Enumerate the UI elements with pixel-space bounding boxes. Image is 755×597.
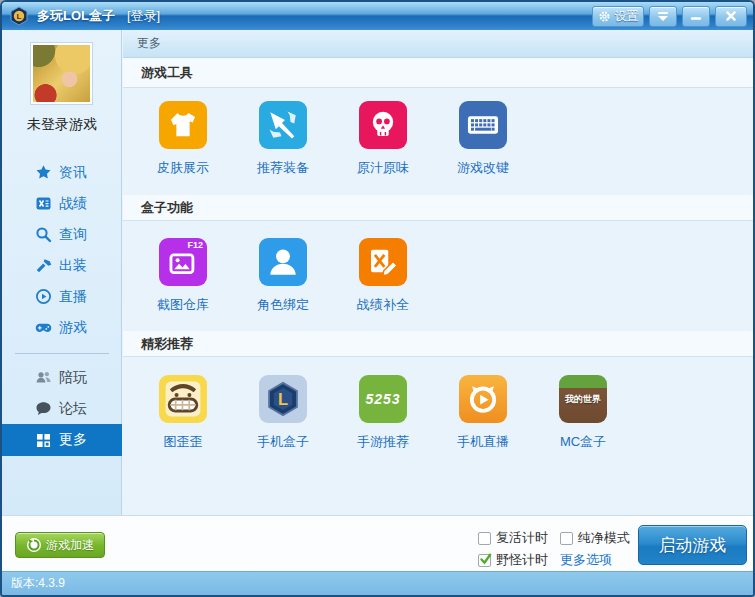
search-icon [35, 226, 52, 243]
screenshot-icon [166, 245, 200, 279]
tile-label: 推荐装备 [257, 159, 309, 177]
main-content: 更多 游戏工具 皮肤展示 [123, 30, 753, 515]
content-tab-bar: 更多 [123, 30, 753, 58]
tile-original-flavor[interactable]: 原汁原味 [333, 101, 433, 195]
tile-label: 角色绑定 [257, 296, 309, 314]
sidebar-item-label: 陪玩 [59, 369, 87, 387]
section-header-game-tools: 游戏工具 [123, 58, 753, 88]
sidebar-divider [15, 353, 109, 354]
keyboard-icon [464, 106, 502, 144]
gear-icon [598, 10, 611, 23]
refresh-circle-icon [26, 537, 42, 553]
play-tv-icon [463, 379, 503, 419]
sidebar-item-forum[interactable]: 论坛 [2, 393, 122, 424]
checkbox-box-checked [478, 554, 491, 567]
tile-mc-box[interactable]: 我的世界 MC盒子 [533, 375, 633, 451]
sidebar-item-more[interactable]: 更多 [2, 424, 122, 456]
checkmark-icon [479, 552, 493, 566]
sidebar-item-label: 战绩 [59, 195, 87, 213]
svg-text:L: L [17, 12, 22, 21]
titlebar: L 多玩LOL盒子 [登录] 设置 [2, 2, 753, 30]
minimize-button[interactable] [682, 6, 710, 27]
tile-screenshot-library[interactable]: F12 截图仓库 [133, 238, 233, 331]
sidebar-item-companion[interactable]: 陪玩 [2, 362, 122, 393]
checkbox-label: 复活计时 [496, 529, 548, 547]
footer-bar: 游戏加速 复活计时 纯净模式 野怪计时 更多选项 启动游戏 [2, 515, 753, 571]
launch-game-button[interactable]: 启动游戏 [638, 525, 747, 565]
tile-key-remap[interactable]: 游戏改键 [433, 101, 533, 195]
checkbox-pure-mode[interactable]: 纯净模式 [560, 529, 630, 547]
app-logo-icon: L [9, 6, 29, 26]
section-header-box-functions: 盒子功能 [123, 195, 753, 221]
section-title: 游戏工具 [141, 64, 193, 82]
grid-icon [35, 432, 52, 449]
content-tab-more[interactable]: 更多 [137, 35, 161, 52]
sidebar-item-builds[interactable]: 出装 [2, 250, 122, 281]
minimize-icon [690, 10, 702, 22]
tile-tuwaiwai[interactable]: 图歪歪 [133, 375, 233, 451]
hammer-icon [35, 257, 52, 274]
person-icon [265, 244, 301, 280]
tile-label: 战绩补全 [357, 296, 409, 314]
5253-text: 5253 [365, 391, 400, 407]
sidebar-item-live[interactable]: 直播 [2, 281, 122, 312]
sidebar-item-label: 论坛 [59, 400, 87, 418]
tile-label: 截图仓库 [157, 296, 209, 314]
f12-badge: F12 [187, 240, 203, 250]
sidebar-item-label: 游戏 [59, 319, 87, 337]
close-button[interactable] [715, 6, 747, 27]
scorecard-icon [35, 195, 52, 212]
gamepad-icon [35, 319, 52, 336]
lol-hexagon-icon: L [261, 377, 305, 421]
people-icon [35, 369, 52, 386]
recommendations-row: 图歪歪 L 手机盒子 5253 手游推荐 [123, 357, 753, 451]
tile-label: 手机直播 [457, 433, 509, 451]
minecraft-block-icon: 我的世界 [559, 375, 607, 423]
section-header-recommendations: 精彩推荐 [123, 331, 753, 357]
settings-label: 设置 [615, 8, 639, 25]
box-functions-row: F12 截图仓库 角色绑定 [123, 221, 753, 331]
section-title: 盒子功能 [141, 199, 193, 217]
sidebar-item-games[interactable]: 游戏 [2, 312, 122, 343]
login-link[interactable]: [登录] [127, 7, 160, 25]
play-circle-icon [35, 288, 52, 305]
more-options-link[interactable]: 更多选项 [560, 551, 612, 569]
tile-character-binding[interactable]: 角色绑定 [233, 238, 333, 331]
accelerate-label: 游戏加速 [46, 537, 94, 554]
app-window: L 多玩LOL盒子 [登录] 设置 [0, 0, 755, 597]
sidebar-item-label: 资讯 [59, 164, 87, 182]
chat-bubble-icon [35, 400, 52, 417]
tile-recommended-gear[interactable]: 推荐装备 [233, 101, 333, 195]
checkbox-jungle-timer[interactable]: 野怪计时 [478, 551, 548, 569]
tile-record-completion[interactable]: 战绩补全 [333, 238, 433, 331]
sidebar-item-search[interactable]: 查询 [2, 219, 122, 250]
window-title: 多玩LOL盒子 [37, 7, 115, 25]
tile-label: MC盒子 [560, 433, 606, 451]
tile-label: 皮肤展示 [157, 159, 209, 177]
launch-label: 启动游戏 [659, 534, 727, 557]
checkbox-label: 野怪计时 [496, 551, 548, 569]
svg-text:L: L [278, 390, 288, 408]
checkbox-box [478, 532, 491, 545]
tile-label: 原汁原味 [357, 159, 409, 177]
checkbox-revive-timer[interactable]: 复活计时 [478, 529, 548, 547]
minecraft-text: 我的世界 [565, 393, 601, 406]
sidebar-item-label: 直播 [59, 288, 87, 306]
game-accelerate-button[interactable]: 游戏加速 [15, 532, 105, 558]
game-tools-row: 皮肤展示 推荐装备 [123, 88, 753, 195]
settings-button[interactable]: 设置 [592, 6, 644, 27]
skull-icon [365, 107, 401, 143]
tile-mobile-box[interactable]: L 手机盒子 [233, 375, 333, 451]
skin-menu-button[interactable] [649, 6, 677, 27]
sidebar-item-match-history[interactable]: 战绩 [2, 188, 122, 219]
tile-mobile-live[interactable]: 手机直播 [433, 375, 533, 451]
tile-skin-display[interactable]: 皮肤展示 [133, 101, 233, 195]
tile-mobile-games[interactable]: 5253 手游推荐 [333, 375, 433, 451]
avatar [33, 45, 90, 102]
sidebar-item-news[interactable]: 资讯 [2, 157, 122, 188]
star-icon [35, 164, 52, 181]
sidebar-item-label: 查询 [59, 226, 87, 244]
sidebar-item-label: 出装 [59, 257, 87, 275]
chevron-down-icon [658, 12, 668, 21]
sidebar-item-label: 更多 [59, 431, 87, 449]
